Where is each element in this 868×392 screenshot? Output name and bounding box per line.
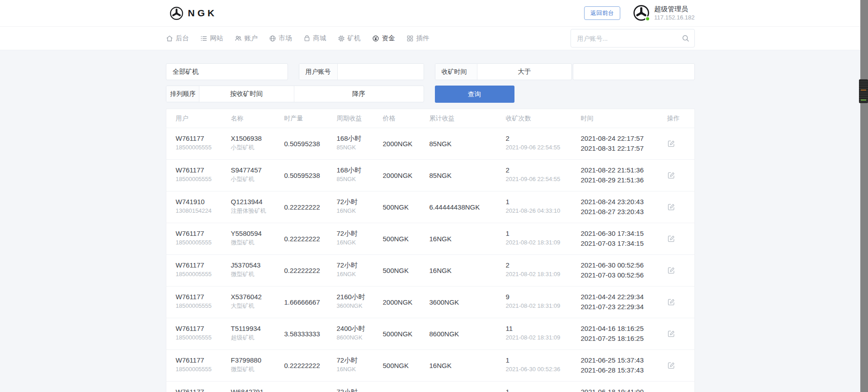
brand-logo: NGK: [166, 6, 217, 20]
cell-actions: [667, 160, 685, 191]
cell-mine-count: 2 2021-08-02 18:31:09: [506, 255, 581, 286]
cell-total-profit: 6.44444438NGK: [429, 191, 506, 223]
cell-mine-count: 2 2021-09-06 22:54:55: [506, 160, 581, 191]
cell-user: W761177 18500005555: [176, 160, 231, 191]
nav-item-funds[interactable]: 资金: [372, 34, 395, 43]
nav-item-plugins[interactable]: 插件: [406, 34, 429, 43]
nav-item-market[interactable]: 市场: [269, 34, 292, 43]
cell-actions: [667, 318, 685, 349]
query-button[interactable]: 查询: [435, 86, 514, 103]
col-price: 价格: [383, 115, 429, 123]
cell-total-profit: 16NGK: [429, 255, 506, 286]
scrollbar-thumb[interactable]: [859, 79, 860, 103]
cell-mine-count: 2 2021-09-06 22:54:55: [506, 128, 581, 159]
avatar: [633, 5, 650, 21]
cell-hourly-output: 0.22222222: [284, 350, 337, 381]
bag-icon: [303, 35, 311, 42]
cell-time: 2021-06-18 19:41:00: [581, 382, 667, 392]
edit-button[interactable]: [667, 298, 675, 306]
search-input[interactable]: [571, 29, 695, 48]
mine-time-label: 收矿时间: [435, 64, 477, 80]
cell-total-profit: 16NGK: [429, 350, 506, 381]
cell-period-profit: 72小时 16NGK: [337, 191, 383, 223]
cell-hourly-output: 3.58333333: [284, 318, 337, 349]
cell-total-profit: 85NGK: [429, 128, 506, 159]
machine-type-select[interactable]: 全部矿机: [166, 63, 288, 80]
table-row: W761177 18500005555 Y5580594 微型矿机 0.2222…: [166, 223, 694, 255]
cell-time: 2021-08-22 21:51:36 2021-08-29 21:51:36: [581, 160, 667, 191]
search-icon[interactable]: [682, 34, 689, 42]
cell-user: W761177 18500005555: [176, 223, 231, 254]
cell-period-profit: 2400小时 8600NGK: [337, 318, 383, 349]
edit-button[interactable]: [667, 203, 675, 211]
cell-mine-count: 1: [506, 382, 581, 392]
table-header: 用户 名称 时产量 周期收益 价格 累计收益 收矿次数 时间 操作: [166, 109, 694, 128]
nav-label: 插件: [416, 34, 429, 43]
cell-period-profit: 72小时 16NGK: [337, 350, 383, 381]
edit-square-icon: [667, 330, 675, 338]
sort-field-select[interactable]: 按收矿时间: [199, 86, 294, 102]
cell-price: 500NGK: [383, 191, 429, 223]
nav-item-website[interactable]: 网站: [200, 34, 223, 43]
cell-mine-count: 1 2021-06-30 00:52:36: [506, 350, 581, 381]
account-label: 用户账号: [299, 64, 338, 80]
nav-item-dashboard[interactable]: 后台: [166, 34, 189, 43]
admin-name: 超级管理员: [654, 5, 694, 14]
cell-user: W741910 13080154224: [176, 191, 231, 223]
table-body: W761177 18500005555 X1506938 小型矿机 0.5059…: [166, 128, 694, 392]
cell-actions: [667, 350, 685, 381]
col-hourly-output: 时产量: [284, 115, 337, 123]
cell-mine-count: 1 2021-08-26 04:33:10: [506, 191, 581, 223]
cell-time: 2021-08-24 22:17:57 2021-08-31 22:17:57: [581, 128, 667, 159]
brand-name: NGK: [188, 8, 217, 19]
edit-button[interactable]: [667, 330, 675, 338]
cell-name: Q1213944 注册体验矿机: [231, 191, 284, 223]
nav-label: 资金: [382, 34, 395, 43]
cell-hourly-output: [284, 382, 337, 392]
edit-button[interactable]: [667, 172, 675, 179]
sort-filter: 排列顺序 按收矿时间 降序: [166, 86, 424, 102]
table-row: W761177 18500005555 S9477457 小型矿机 0.5059…: [166, 160, 694, 191]
ngk-logo-icon: [170, 6, 184, 20]
col-period-profit: 周期收益: [337, 115, 383, 123]
cell-name: T5119934 超级矿机: [231, 318, 284, 349]
edit-square-icon: [667, 172, 675, 179]
table-row: W761177 18500005555 T5119934 超级矿机 3.5833…: [166, 318, 694, 350]
cell-period-profit: 72小时: [337, 382, 383, 392]
cell-time: 2021-06-30 17:34:15 2021-07-03 17:34:15: [581, 223, 667, 254]
nav-label: 矿机: [348, 34, 361, 43]
time-value-input[interactable]: [573, 63, 695, 80]
list-icon: [200, 35, 208, 42]
cell-price: 2000NGK: [383, 160, 429, 191]
nav-item-miners[interactable]: 矿机: [338, 34, 361, 43]
cell-hourly-output: 0.50595238: [284, 160, 337, 191]
edit-square-icon: [667, 298, 675, 306]
edit-button[interactable]: [667, 267, 675, 274]
sort-direction-select[interactable]: 降序: [294, 86, 424, 102]
nav-item-accounts[interactable]: 账户: [235, 34, 258, 43]
cell-name: S9477457 小型矿机: [231, 160, 284, 191]
cell-total-profit: 8600NGK: [429, 318, 506, 349]
edit-button[interactable]: [667, 140, 675, 148]
col-actions: 操作: [667, 115, 685, 123]
mine-time-filter: 收矿时间 大于: [435, 63, 572, 80]
edit-button[interactable]: [667, 362, 675, 369]
cell-time: 2021-04-16 18:16:25 2021-07-25 18:16:25: [581, 318, 667, 349]
account-input[interactable]: [338, 64, 424, 80]
cell-hourly-output: 0.22222222: [284, 191, 337, 223]
cell-user: W761177 18500005555: [176, 255, 231, 286]
back-to-front-button[interactable]: 返回前台: [584, 6, 620, 20]
cell-total-profit: [429, 382, 506, 392]
cell-total-profit: 85NGK: [429, 160, 506, 191]
cell-name: X1506938 小型矿机: [231, 128, 284, 159]
cell-user: W761177: [176, 382, 231, 392]
edit-button[interactable]: [667, 235, 675, 243]
time-operator-select[interactable]: 大于: [477, 64, 571, 80]
admin-profile[interactable]: 超级管理员 117.152.16.182: [633, 5, 694, 21]
cell-price: 500NGK: [383, 255, 429, 286]
cell-period-profit: 72小时 16NGK: [337, 255, 383, 286]
nav-item-mall[interactable]: 商城: [303, 34, 326, 43]
table-row: W741910 13080154224 Q1213944 注册体验矿机 0.22…: [166, 191, 694, 223]
user-search-box: [571, 29, 695, 48]
cell-name: X5376042 大型矿机: [231, 287, 284, 318]
